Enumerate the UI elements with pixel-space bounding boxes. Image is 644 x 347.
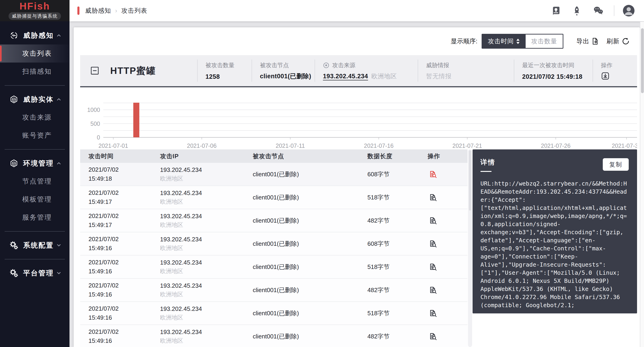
cell-attacked-node: client001(已删除) xyxy=(253,263,368,271)
cell-attacked-node: client001(已删除) xyxy=(253,240,368,248)
collapse-icon[interactable] xyxy=(90,66,99,75)
view-detail-icon[interactable] xyxy=(428,216,468,226)
attack-source-ip-link[interactable]: 193.202.45.234 xyxy=(323,73,368,80)
download-icon[interactable] xyxy=(601,72,610,80)
table-row[interactable]: 2021/07/0215:49:16193.202.45.234欧洲地区clie… xyxy=(80,325,468,347)
attack-table: 攻击时间攻击IP被攻击节点数据长度操作 2021/07/0215:49:1819… xyxy=(80,150,468,347)
table-row[interactable]: 2021/07/0215:49:16193.202.45.234欧洲地区clie… xyxy=(80,232,468,256)
cell-data-length: 518字节 xyxy=(368,194,428,202)
cell-attack-time: 2021/07/0215:49:17 xyxy=(80,188,160,206)
breadcrumb-accent-bar xyxy=(77,6,80,15)
table-row[interactable]: 2021/07/0215:49:18193.202.45.234欧洲地区clie… xyxy=(80,163,468,186)
detail-panel: 详情 复制 URL:http://webzq2.starrybear.cn/&&… xyxy=(472,150,637,314)
svg-text:2021-07-11: 2021-07-11 xyxy=(276,142,305,149)
export-icon xyxy=(591,37,600,46)
attack-trend-chart: 050010002021-07-012021-07-062021-07-1120… xyxy=(80,87,637,150)
chart-bar[interactable] xyxy=(133,102,139,137)
export-label: 导出 xyxy=(576,37,589,46)
sidebar-item-account-assets[interactable]: 账号资产 xyxy=(0,126,70,144)
view-detail-icon[interactable] xyxy=(428,169,468,179)
cell-data-length: 482字节 xyxy=(368,216,428,225)
table-row[interactable]: 2021/07/0215:49:16193.202.45.234欧洲地区clie… xyxy=(80,302,468,325)
cell-attack-time: 2021/07/0215:49:17 xyxy=(80,212,160,230)
user-avatar[interactable] xyxy=(623,5,635,17)
cell-attacked-node: client001(已删除) xyxy=(253,286,368,294)
page-band xyxy=(70,21,644,27)
content-card: 显示顺序: 攻击时间攻击数量 导出 刷新 xyxy=(74,27,640,347)
refresh-button[interactable]: 刷新 xyxy=(606,37,630,46)
column-header-1: 攻击时间 xyxy=(80,152,160,160)
table-scrollbar[interactable] xyxy=(468,150,472,347)
chevron-down-icon xyxy=(56,270,62,276)
app-logo: HFish xyxy=(20,2,50,11)
table-scrollbar-thumb[interactable] xyxy=(469,150,471,210)
topbar-divider xyxy=(614,5,614,16)
svg-text:0: 0 xyxy=(97,134,100,140)
view-detail-icon[interactable] xyxy=(428,308,468,318)
sidebar-group-label: 威胁感知 xyxy=(23,31,56,40)
sidebar-group-sys-config[interactable]: 系统配置 xyxy=(0,236,70,254)
column-header-2: 攻击IP xyxy=(160,152,253,160)
copy-button[interactable]: 复制 xyxy=(603,158,629,171)
svg-text:500: 500 xyxy=(90,120,100,127)
logo-block: HFish 威胁捕捉与诱骗系统 xyxy=(0,0,70,21)
cell-attack-time: 2021/07/0215:49:16 xyxy=(80,258,160,276)
rocket-icon[interactable] xyxy=(572,6,582,16)
view-detail-icon[interactable] xyxy=(428,285,468,295)
sidebar-item-attack-source[interactable]: 攻击来源 xyxy=(0,108,70,126)
cell-attack-ip: 193.202.45.234欧洲地区 xyxy=(160,213,253,229)
cell-attack-ip: 193.202.45.234欧洲地区 xyxy=(160,282,253,298)
sidebar-group-env-mgmt[interactable]: 环境管理 xyxy=(0,154,70,172)
cube-icon xyxy=(10,95,18,104)
honeypot-stats: 被攻击数量1258被攻击节点client001(已删除)攻击来源193.202.… xyxy=(197,55,637,86)
table-row[interactable]: 2021/07/0215:49:16193.202.45.234欧洲地区clie… xyxy=(80,256,468,279)
cell-data-length: 608字节 xyxy=(368,170,428,178)
sidebar-item-attack-list[interactable]: 攻击列表 xyxy=(0,44,70,62)
refresh-icon xyxy=(621,37,630,46)
sidebar-divider xyxy=(5,149,65,150)
sidebar-item-scan-sense[interactable]: 扫描感知 xyxy=(0,62,70,80)
svg-text:2021-07-06: 2021-07-06 xyxy=(187,142,216,149)
stat-value: 2021/07/02 15:49:18 xyxy=(522,73,592,80)
sort-toggle-group: 攻击时间攻击数量 xyxy=(482,34,564,49)
view-detail-icon[interactable] xyxy=(428,262,468,272)
view-detail-icon[interactable] xyxy=(428,332,468,341)
sidebar-group-label: 平台管理 xyxy=(23,268,56,278)
stat-value: 193.202.45.234欧洲地区 xyxy=(323,72,418,80)
breadcrumb-page: 攻击列表 xyxy=(122,6,147,15)
column-header-3: 被攻击节点 xyxy=(253,152,368,160)
sidebar-group-threat-entity[interactable]: 威胁实体 xyxy=(0,90,70,108)
table-row[interactable]: 2021/07/0215:49:17193.202.45.234欧洲地区clie… xyxy=(80,209,468,232)
view-detail-icon[interactable] xyxy=(428,192,468,202)
sidebar-item-template-mgmt[interactable]: 模板管理 xyxy=(0,190,70,208)
bullseye-icon xyxy=(323,62,330,68)
page-scrollbar[interactable] xyxy=(640,22,644,347)
book-lightbulb-icon[interactable] xyxy=(551,6,561,16)
sidebar-divider xyxy=(5,231,65,232)
cube-icon xyxy=(10,159,18,168)
sort-option-attack-count[interactable]: 攻击数量 xyxy=(526,34,563,48)
cell-attack-ip: 193.202.45.234欧洲地区 xyxy=(160,236,253,252)
cell-attack-ip: 193.202.45.234欧洲地区 xyxy=(160,328,253,344)
sort-arrows-icon xyxy=(516,38,520,44)
svg-text:2021-07-26: 2021-07-26 xyxy=(541,142,570,149)
table-row[interactable]: 2021/07/0215:49:17193.202.45.234欧洲地区clie… xyxy=(80,186,468,209)
breadcrumb-section[interactable]: 威胁感知 xyxy=(85,6,111,15)
cell-attack-time: 2021/07/0215:49:16 xyxy=(80,235,160,253)
wechat-icon[interactable] xyxy=(592,6,604,16)
page-scrollbar-thumb[interactable] xyxy=(641,28,644,93)
export-button[interactable]: 导出 xyxy=(576,37,600,46)
sidebar-divider xyxy=(5,85,65,86)
stat-threat-intel: 威胁情报暂无情报 xyxy=(418,60,514,82)
sidebar-divider xyxy=(5,259,65,260)
sidebar-item-node-mgmt[interactable]: 节点管理 xyxy=(0,172,70,190)
table-row[interactable]: 2021/07/0215:49:16193.202.45.234欧洲地区clie… xyxy=(80,279,468,302)
sidebar-group-label: 环境管理 xyxy=(23,159,56,168)
sidebar-group-threat-sense[interactable]: 威胁感知 xyxy=(0,26,70,44)
view-detail-icon[interactable] xyxy=(428,239,468,248)
sidebar-item-service-mgmt[interactable]: 服务管理 xyxy=(0,208,70,226)
sort-option-attack-time[interactable]: 攻击时间 xyxy=(482,34,526,48)
sidebar-group-platform-mgmt[interactable]: 平台管理 xyxy=(0,264,70,282)
sidebar: HFish 威胁捕捉与诱骗系统 威胁感知攻击列表扫描感知威胁实体攻击来源账号资产… xyxy=(0,0,70,347)
cell-attack-ip: 193.202.45.234欧洲地区 xyxy=(160,305,253,321)
